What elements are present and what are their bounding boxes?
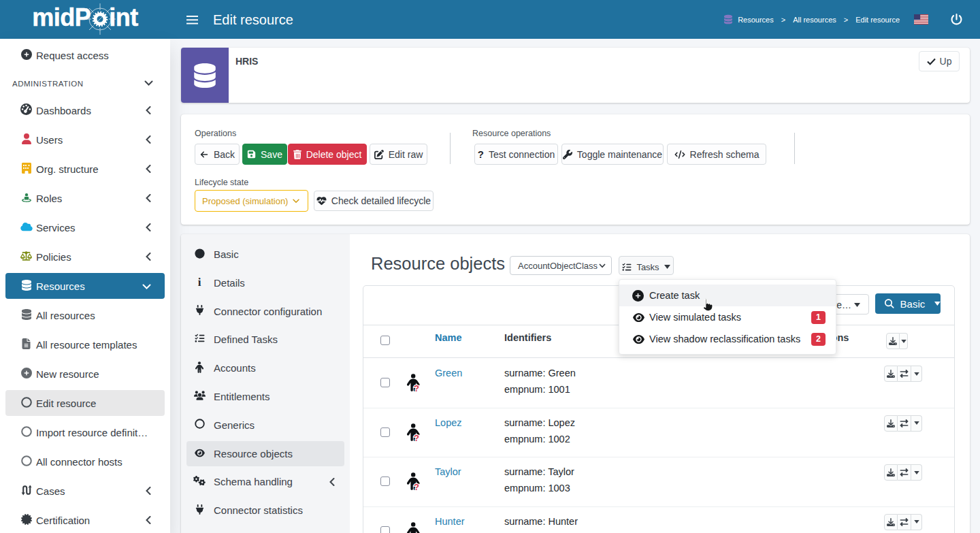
svg-text:?: ? bbox=[414, 432, 419, 442]
svg-text:?: ? bbox=[414, 482, 419, 491]
svg-text:?: ? bbox=[414, 383, 419, 393]
